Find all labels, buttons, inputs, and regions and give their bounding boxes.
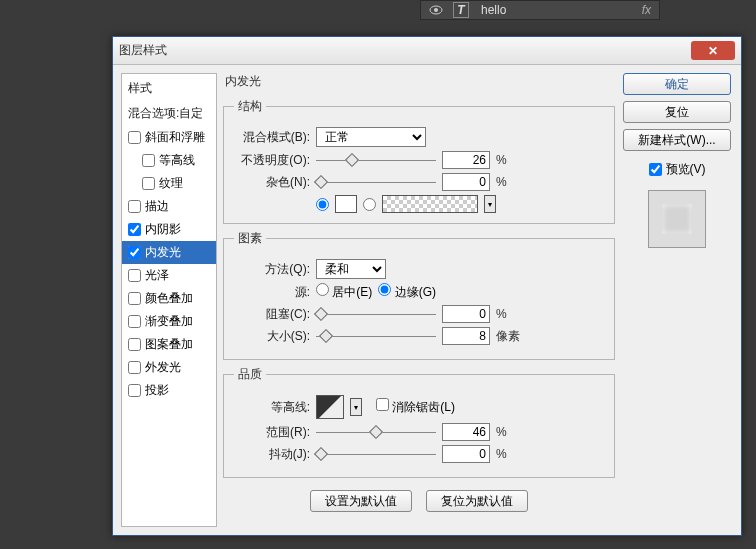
titlebar[interactable]: 图层样式 ✕ (113, 37, 741, 65)
quality-legend: 品质 (234, 366, 266, 383)
sidebar-item-9[interactable]: 图案叠加 (122, 333, 216, 356)
structure-legend: 结构 (234, 98, 266, 115)
source-label: 源: (234, 284, 310, 301)
sidebar-blend[interactable]: 混合选项:自定 (122, 101, 216, 126)
make-default-button[interactable]: 设置为默认值 (310, 490, 412, 512)
right-column: 确定 复位 新建样式(W)... 预览(V) (621, 73, 733, 527)
choke-pct: % (496, 307, 507, 321)
sidebar-check-4[interactable] (128, 223, 141, 236)
sidebar-item-2[interactable]: 纹理 (122, 172, 216, 195)
preview-check[interactable]: 预览(V) (649, 161, 706, 178)
gradient-swatch[interactable] (382, 195, 478, 213)
sidebar-item-0[interactable]: 斜面和浮雕 (122, 126, 216, 149)
contour-picker[interactable] (316, 395, 344, 419)
size-input[interactable] (442, 327, 490, 345)
jitter-label: 抖动(J): (234, 446, 310, 463)
sidebar-label-2: 纹理 (159, 175, 183, 192)
sidebar-check-5[interactable] (128, 246, 141, 259)
sidebar-check-3[interactable] (128, 200, 141, 213)
jitter-slider[interactable] (316, 447, 436, 461)
sidebar-item-4[interactable]: 内阴影 (122, 218, 216, 241)
size-slider[interactable] (316, 329, 436, 343)
sidebar-item-1[interactable]: 等高线 (122, 149, 216, 172)
method-select[interactable]: 柔和 (316, 259, 386, 279)
sidebar-check-10[interactable] (128, 361, 141, 374)
sidebar-check-2[interactable] (142, 177, 155, 190)
sidebar-label-0: 斜面和浮雕 (145, 129, 205, 146)
antialias-check[interactable]: 消除锯齿(L) (376, 398, 455, 416)
main-panel: 内发光 结构 混合模式(B): 正常 不透明度(O): % 杂色(N): (223, 73, 615, 527)
sidebar-label-11: 投影 (145, 382, 169, 399)
structure-group: 结构 混合模式(B): 正常 不透明度(O): % 杂色(N): % (223, 98, 615, 224)
choke-input[interactable] (442, 305, 490, 323)
new-style-button[interactable]: 新建样式(W)... (623, 129, 731, 151)
sidebar-item-6[interactable]: 光泽 (122, 264, 216, 287)
sidebar-check-11[interactable] (128, 384, 141, 397)
sidebar-item-7[interactable]: 颜色叠加 (122, 287, 216, 310)
size-unit: 像素 (496, 328, 520, 345)
method-label: 方法(Q): (234, 261, 310, 278)
sidebar-label-1: 等高线 (159, 152, 195, 169)
contour-dropdown-icon[interactable]: ▾ (350, 398, 362, 416)
cancel-button[interactable]: 复位 (623, 101, 731, 123)
sidebar-head[interactable]: 样式 (122, 76, 216, 101)
visibility-icon[interactable] (429, 3, 443, 17)
range-input[interactable] (442, 423, 490, 441)
color-swatch[interactable] (335, 195, 357, 213)
color-solid-radio[interactable] (316, 198, 329, 211)
sidebar-label-6: 光泽 (145, 267, 169, 284)
styles-sidebar: 样式 混合选项:自定 斜面和浮雕等高线纹理描边内阴影内发光光泽颜色叠加渐变叠加图… (121, 73, 217, 527)
gradient-dropdown-icon[interactable]: ▾ (484, 195, 496, 213)
sidebar-item-5[interactable]: 内发光 (122, 241, 216, 264)
preview-box (648, 190, 706, 248)
sidebar-item-10[interactable]: 外发光 (122, 356, 216, 379)
close-button[interactable]: ✕ (691, 41, 735, 60)
jitter-pct: % (496, 447, 507, 461)
layer-name[interactable]: hello (481, 3, 506, 17)
sidebar-item-8[interactable]: 渐变叠加 (122, 310, 216, 333)
ok-button[interactable]: 确定 (623, 73, 731, 95)
source-edge[interactable]: 边缘(G) (378, 283, 436, 301)
sidebar-label-4: 内阴影 (145, 221, 181, 238)
sidebar-check-8[interactable] (128, 315, 141, 328)
range-pct: % (496, 425, 507, 439)
range-label: 范围(R): (234, 424, 310, 441)
quality-group: 品质 等高线: ▾ 消除锯齿(L) 范围(R): % 抖动(J): (223, 366, 615, 478)
blend-mode-select[interactable]: 正常 (316, 127, 426, 147)
opacity-pct: % (496, 153, 507, 167)
opacity-label: 不透明度(O): (234, 152, 310, 169)
noise-pct: % (496, 175, 507, 189)
layers-panel-row: T hello fx (420, 0, 660, 20)
sidebar-label-7: 颜色叠加 (145, 290, 193, 307)
color-gradient-radio[interactable] (363, 198, 376, 211)
sidebar-check-6[interactable] (128, 269, 141, 282)
opacity-input[interactable] (442, 151, 490, 169)
choke-label: 阻塞(C): (234, 306, 310, 323)
reset-default-button[interactable]: 复位为默认值 (426, 490, 528, 512)
sidebar-item-11[interactable]: 投影 (122, 379, 216, 402)
sidebar-label-8: 渐变叠加 (145, 313, 193, 330)
dialog-title: 图层样式 (119, 42, 167, 59)
sidebar-check-1[interactable] (142, 154, 155, 167)
source-center[interactable]: 居中(E) (316, 283, 372, 301)
elements-group: 图素 方法(Q): 柔和 源: 居中(E) 边缘(G) 阻塞(C): % (223, 230, 615, 360)
sidebar-check-9[interactable] (128, 338, 141, 351)
choke-slider[interactable] (316, 307, 436, 321)
sidebar-check-7[interactable] (128, 292, 141, 305)
fx-badge[interactable]: fx (642, 3, 651, 17)
noise-slider[interactable] (316, 175, 436, 189)
jitter-input[interactable] (442, 445, 490, 463)
sidebar-check-0[interactable] (128, 131, 141, 144)
sidebar-label-3: 描边 (145, 198, 169, 215)
sidebar-label-10: 外发光 (145, 359, 181, 376)
contour-label: 等高线: (234, 399, 310, 416)
range-slider[interactable] (316, 425, 436, 439)
noise-input[interactable] (442, 173, 490, 191)
sidebar-label-5: 内发光 (145, 244, 181, 261)
size-label: 大小(S): (234, 328, 310, 345)
opacity-slider[interactable] (316, 153, 436, 167)
elements-legend: 图素 (234, 230, 266, 247)
sidebar-item-3[interactable]: 描边 (122, 195, 216, 218)
sidebar-label-9: 图案叠加 (145, 336, 193, 353)
svg-point-1 (434, 8, 438, 12)
